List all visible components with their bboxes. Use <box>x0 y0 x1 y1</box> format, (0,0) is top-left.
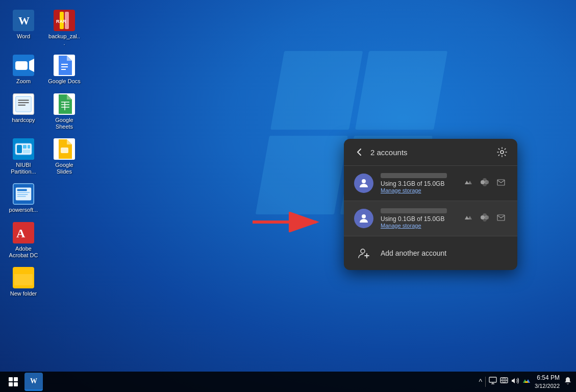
popup-header: 2 accounts <box>344 139 517 165</box>
zoom-icon[interactable]: Zoom <box>5 53 42 87</box>
photos-icon-1[interactable] <box>479 176 491 190</box>
word-icon[interactable]: W Word <box>5 8 42 48</box>
powersoft-icon[interactable]: powersoft... <box>5 181 42 215</box>
powersoft-label: powersoft... <box>9 207 38 213</box>
gmail-icon-1[interactable] <box>495 176 507 190</box>
account-info-2: Using 0.1GB of 15.0GB Manage storage <box>381 208 455 229</box>
zoom-icon-img <box>13 55 34 76</box>
account-email-blurred-2 <box>381 208 447 213</box>
google-slides-icon[interactable]: Google Slides <box>46 136 83 177</box>
svg-rect-26 <box>23 145 27 149</box>
svg-rect-35 <box>17 194 28 195</box>
account-item-1[interactable]: Using 3.1GB of 15.0GB Manage storage <box>344 166 517 201</box>
svg-rect-30 <box>61 148 68 153</box>
svg-rect-25 <box>17 145 22 153</box>
svg-rect-12 <box>61 69 66 70</box>
winrar-icon-img: RAR <box>54 10 75 31</box>
popup-title: 2 accounts <box>370 148 408 157</box>
svg-text:RAR: RAR <box>56 19 66 24</box>
niubi-icon-img <box>13 138 34 160</box>
new-folder-label: New folder <box>10 290 37 297</box>
taskbar: W ^ <box>0 372 576 392</box>
hardcopy-icon[interactable]: hardcopy <box>5 91 42 132</box>
drive-icon-1[interactable] <box>462 176 474 190</box>
taskbar-right: ^ <box>479 374 572 389</box>
svg-rect-14 <box>16 96 31 111</box>
account-actions-2 <box>462 211 507 226</box>
svg-rect-36 <box>17 196 26 197</box>
network-icon[interactable] <box>500 377 508 386</box>
add-account-button[interactable]: Add another account <box>344 236 517 270</box>
account-item-2[interactable]: Using 0.1GB of 15.0GB Manage storage <box>344 201 517 236</box>
account-email-blurred-1 <box>381 173 447 178</box>
powersoft-icon-img <box>13 183 34 205</box>
backup-zal-label: backup_zal... <box>48 33 81 46</box>
taskbar-word-app[interactable]: W <box>24 373 43 391</box>
svg-rect-27 <box>28 145 30 149</box>
svg-rect-11 <box>61 66 68 67</box>
svg-rect-28 <box>23 150 30 153</box>
new-folder-icon[interactable]: New folder <box>5 265 42 299</box>
red-arrow <box>250 212 321 232</box>
notification-button[interactable] <box>564 377 572 387</box>
word-icon-img: W <box>13 10 34 31</box>
back-button[interactable] <box>354 147 364 157</box>
svg-rect-57 <box>489 377 496 382</box>
hardcopy-icon-img <box>13 93 34 115</box>
svg-point-41 <box>500 151 504 154</box>
add-account-label: Add another account <box>381 249 446 257</box>
volume-icon[interactable] <box>511 377 519 386</box>
gsheets-icon-img <box>54 93 75 115</box>
svg-rect-16 <box>18 102 29 103</box>
svg-rect-15 <box>18 100 29 101</box>
start-icon <box>9 377 18 386</box>
desktop: W Word RAR backup_zal... <box>0 0 576 392</box>
word-label: Word <box>17 33 30 40</box>
account-info-1: Using 3.1GB of 15.0GB Manage storage <box>381 173 455 193</box>
adobe-icon[interactable]: A Adobe Acrobat DC <box>5 220 42 261</box>
svg-point-42 <box>362 179 366 183</box>
settings-button[interactable] <box>497 147 507 157</box>
systray-divider <box>485 377 486 387</box>
account-avatar-2 <box>354 209 373 228</box>
account-manage-link-2[interactable]: Manage storage <box>381 223 455 229</box>
google-docs-icon[interactable]: Google Docs <box>46 53 83 87</box>
gmail-icon-2[interactable] <box>495 211 507 226</box>
niubi-label: NIUBI Partition... <box>7 162 40 175</box>
taskbar-left: W <box>4 373 43 391</box>
systray-chevron[interactable]: ^ <box>479 378 482 386</box>
niubi-icon[interactable]: NIUBI Partition... <box>5 136 42 177</box>
add-person-icon <box>354 243 373 263</box>
svg-point-51 <box>483 213 487 217</box>
svg-rect-17 <box>18 105 26 106</box>
backup-zal-icon[interactable]: RAR backup_zal... <box>46 8 83 48</box>
start-button[interactable] <box>4 373 22 391</box>
google-sheets-icon[interactable]: Google Sheets <box>46 91 83 132</box>
hardcopy-label: hardcopy <box>12 117 35 124</box>
zoom-label: Zoom <box>16 78 31 85</box>
folder-icon-img <box>13 267 34 288</box>
account-storage-2: Using 0.1GB of 15.0GB <box>381 215 455 223</box>
monitor-icon[interactable] <box>489 377 497 386</box>
google-sheets-label: Google Sheets <box>48 117 81 130</box>
photos-icon-2[interactable] <box>479 211 491 226</box>
google-drive-systray-icon[interactable] <box>522 377 531 386</box>
drive-icon-2[interactable] <box>462 211 474 226</box>
svg-rect-33 <box>17 189 27 191</box>
desktop-icon-area: W Word RAR backup_zal... <box>0 0 88 307</box>
adobe-icon-img: A <box>13 222 34 243</box>
date-display: 3/12/2022 <box>535 382 560 389</box>
google-slides-label: Google Slides <box>48 162 81 175</box>
account-manage-link-1[interactable]: Manage storage <box>381 187 455 193</box>
systray-area: ^ <box>479 377 531 387</box>
google-docs-label: Google Docs <box>48 78 81 85</box>
account-storage-1: Using 3.1GB of 15.0GB <box>381 180 455 187</box>
time-display: 6:54 PM <box>535 374 560 382</box>
datetime-area[interactable]: 6:54 PM 3/12/2022 <box>535 374 560 389</box>
svg-point-46 <box>483 182 487 186</box>
svg-point-48 <box>362 214 366 218</box>
svg-text:W: W <box>18 14 30 27</box>
adobe-label: Adobe Acrobat DC <box>7 246 40 259</box>
svg-point-52 <box>483 217 487 222</box>
svg-rect-7 <box>15 61 28 70</box>
